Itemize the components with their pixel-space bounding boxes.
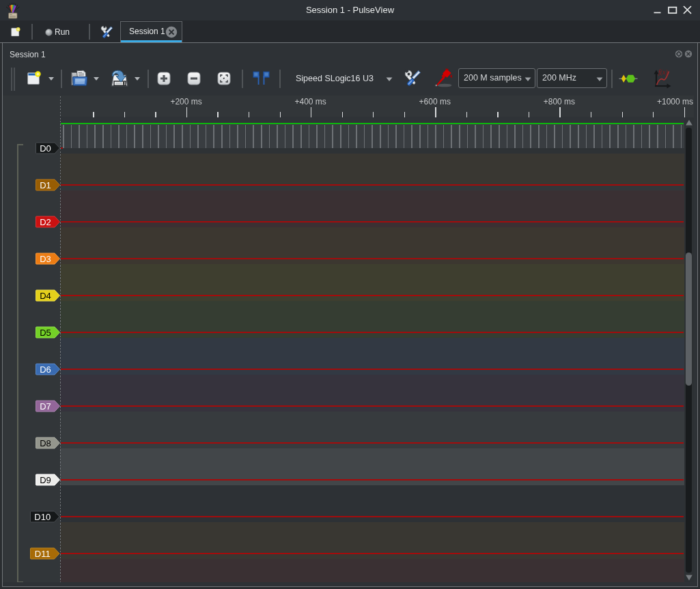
svg-text:D8: D8 [40, 438, 51, 448]
svg-text:D10: D10 [34, 512, 51, 522]
svg-text:D5: D5 [40, 328, 51, 338]
svg-text:D1: D1 [40, 180, 51, 190]
svg-text:D11: D11 [35, 549, 51, 559]
svg-text:D6: D6 [40, 364, 51, 375]
svg-text:D7: D7 [40, 401, 51, 412]
svg-text:D0: D0 [40, 143, 51, 154]
svg-text:D9: D9 [40, 475, 51, 485]
svg-text:D4: D4 [40, 291, 51, 301]
svg-text:D3: D3 [40, 254, 51, 264]
svg-text:D2: D2 [40, 217, 51, 227]
